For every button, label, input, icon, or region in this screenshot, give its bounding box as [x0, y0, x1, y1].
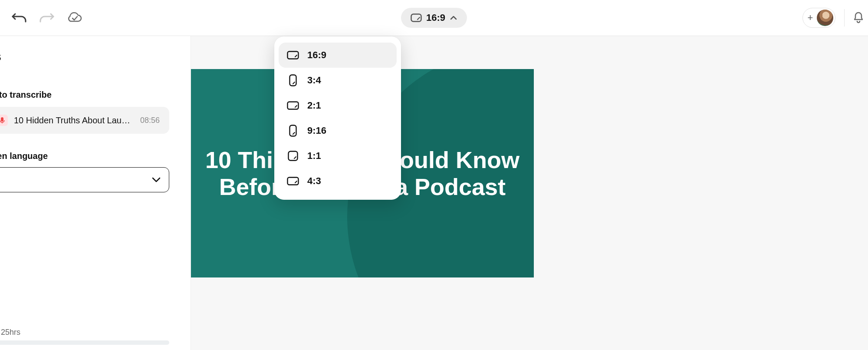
avatar	[817, 10, 833, 26]
file-row[interactable]: 10 Hidden Truths About Launching ... 08:…	[0, 107, 169, 134]
toolbar-left-group	[0, 9, 83, 26]
undo-button[interactable]	[10, 9, 28, 26]
side-panel-heading: es	[0, 49, 180, 64]
aspect-option-label: 4:3	[307, 175, 321, 187]
toolbar-separator	[844, 9, 845, 26]
aspect-ratio-selector[interactable]: 16:9	[401, 8, 467, 28]
top-toolbar: 16:9 +	[0, 0, 868, 36]
svg-rect-7	[289, 152, 298, 161]
aspect-ratio-icon	[286, 149, 299, 162]
redo-button[interactable]	[38, 9, 56, 26]
mic-icon	[0, 115, 8, 126]
aspect-ratio-icon	[286, 124, 299, 137]
chevron-down-icon	[151, 177, 161, 183]
aspect-option-label: 2:1	[307, 100, 321, 111]
cloud-check-icon	[66, 11, 83, 24]
aspect-option-4-3[interactable]: 4:3	[279, 168, 397, 194]
files-section-label: es to transcribe	[0, 90, 180, 100]
language-section-label: oken language	[0, 151, 180, 161]
redo-icon	[39, 11, 55, 24]
aspect-option-label: 16:9	[307, 50, 326, 61]
aspect-ratio-icon	[411, 13, 422, 22]
toolbar-right-group: +	[802, 8, 868, 28]
aspect-option-16-9[interactable]: 16:9	[279, 43, 397, 68]
aspect-ratio-current: 16:9	[426, 12, 445, 23]
aspect-option-label: 1:1	[307, 150, 321, 162]
aspect-ratio-icon	[286, 99, 299, 112]
bell-icon	[853, 11, 864, 24]
side-panel: es es to transcribe 10 Hidden Truths Abo…	[0, 36, 191, 350]
aspect-option-1-1[interactable]: 1:1	[279, 143, 397, 168]
aspect-option-2-1[interactable]: 2:1	[279, 93, 397, 118]
usage-meter: rs / 25hrs	[0, 328, 169, 345]
file-duration: 08:56	[140, 116, 160, 125]
aspect-option-9-16[interactable]: 9:16	[279, 118, 397, 143]
notifications-button[interactable]	[853, 11, 864, 24]
aspect-ratio-icon	[286, 74, 299, 87]
aspect-option-3-4[interactable]: 3:4	[279, 68, 397, 93]
usage-total: 25hrs	[1, 328, 20, 337]
invite-user-button[interactable]: +	[802, 8, 835, 28]
undo-icon	[11, 11, 27, 24]
svg-rect-1	[1, 117, 3, 122]
language-select[interactable]	[0, 167, 169, 192]
main-area: es es to transcribe 10 Hidden Truths Abo…	[0, 36, 868, 350]
aspect-ratio-icon	[286, 49, 299, 62]
aspect-option-label: 3:4	[307, 75, 321, 86]
cloud-sync-button[interactable]	[66, 9, 83, 26]
aspect-ratio-icon	[286, 175, 299, 188]
usage-text: rs / 25hrs	[0, 328, 169, 337]
aspect-option-label: 9:16	[307, 125, 326, 136]
aspect-ratio-dropdown: 16:93:42:19:161:14:3	[274, 36, 401, 200]
file-name: 10 Hidden Truths About Launching ...	[14, 116, 134, 125]
chevron-up-icon	[450, 15, 457, 20]
usage-progress-bar	[0, 340, 169, 345]
plus-icon: +	[806, 12, 815, 23]
